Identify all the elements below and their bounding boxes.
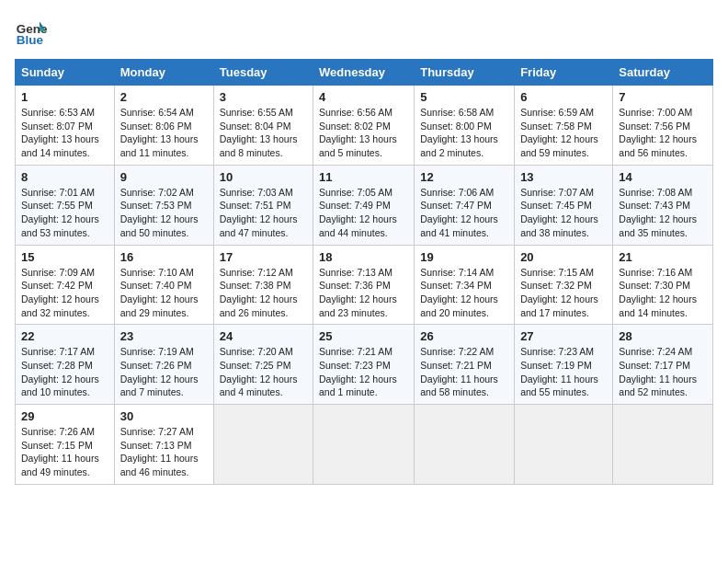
day-detail: Sunrise: 7:05 AM Sunset: 7:49 PM Dayligh…	[319, 186, 408, 240]
daylight-label: Daylight: 12 hours and 59 minutes.	[520, 133, 598, 158]
day-detail: Sunrise: 6:56 AM Sunset: 8:02 PM Dayligh…	[319, 106, 408, 160]
calendar-week-row: 15 Sunrise: 7:09 AM Sunset: 7:42 PM Dayl…	[16, 245, 713, 325]
day-detail: Sunrise: 7:21 AM Sunset: 7:23 PM Dayligh…	[319, 345, 408, 399]
sunset-label: Sunset: 8:02 PM	[319, 121, 391, 132]
sunrise-label: Sunrise: 7:05 AM	[319, 187, 392, 198]
day-number: 30	[120, 409, 208, 423]
sunset-label: Sunset: 7:53 PM	[120, 200, 192, 211]
day-number: 3	[220, 90, 307, 104]
sunset-label: Sunset: 7:47 PM	[420, 200, 492, 211]
calendar-day-cell: 6 Sunrise: 6:59 AM Sunset: 7:58 PM Dayli…	[515, 86, 613, 166]
calendar-day-cell: 9 Sunrise: 7:02 AM Sunset: 7:53 PM Dayli…	[114, 165, 213, 245]
day-detail: Sunrise: 7:24 AM Sunset: 7:17 PM Dayligh…	[619, 345, 707, 399]
calendar-day-cell: 14 Sunrise: 7:08 AM Sunset: 7:43 PM Dayl…	[613, 165, 713, 245]
day-number: 14	[619, 170, 707, 184]
sunrise-label: Sunrise: 7:14 AM	[420, 267, 494, 278]
day-number: 8	[21, 170, 108, 184]
day-detail: Sunrise: 7:22 AM Sunset: 7:21 PM Dayligh…	[420, 345, 508, 399]
sunrise-label: Sunrise: 7:21 AM	[319, 346, 392, 357]
calendar-day-cell: 8 Sunrise: 7:01 AM Sunset: 7:55 PM Dayli…	[16, 165, 115, 245]
daylight-label: Daylight: 12 hours and 32 minutes.	[21, 293, 99, 318]
sunrise-label: Sunrise: 7:02 AM	[120, 187, 194, 198]
sunset-label: Sunset: 7:15 PM	[21, 440, 93, 451]
day-number: 1	[21, 90, 108, 104]
calendar-day-cell: 30 Sunrise: 7:27 AM Sunset: 7:13 PM Dayl…	[114, 405, 213, 485]
day-detail: Sunrise: 7:12 AM Sunset: 7:38 PM Dayligh…	[220, 266, 307, 320]
daylight-label: Daylight: 13 hours and 2 minutes.	[420, 133, 498, 158]
day-number: 7	[619, 90, 707, 104]
calendar-day-cell: 27 Sunrise: 7:23 AM Sunset: 7:19 PM Dayl…	[515, 325, 613, 405]
sunrise-label: Sunrise: 7:00 AM	[619, 107, 692, 118]
day-number: 17	[220, 250, 307, 264]
sunrise-label: Sunrise: 7:13 AM	[319, 267, 392, 278]
sunrise-label: Sunrise: 7:15 AM	[520, 267, 594, 278]
sunset-label: Sunset: 7:42 PM	[21, 280, 93, 291]
weekday-header-row: SundayMondayTuesdayWednesdayThursdayFrid…	[16, 60, 713, 86]
calendar-day-cell: 12 Sunrise: 7:06 AM Sunset: 7:47 PM Dayl…	[415, 165, 515, 245]
calendar-day-cell: 22 Sunrise: 7:17 AM Sunset: 7:28 PM Dayl…	[16, 325, 115, 405]
sunset-label: Sunset: 7:43 PM	[619, 200, 690, 211]
day-detail: Sunrise: 7:10 AM Sunset: 7:40 PM Dayligh…	[120, 266, 208, 320]
day-number: 12	[420, 170, 508, 184]
weekday-header-saturday: Saturday	[613, 60, 713, 86]
sunset-label: Sunset: 7:17 PM	[619, 360, 690, 371]
sunset-label: Sunset: 7:56 PM	[619, 121, 690, 132]
day-detail: Sunrise: 7:23 AM Sunset: 7:19 PM Dayligh…	[520, 345, 607, 399]
day-detail: Sunrise: 7:16 AM Sunset: 7:30 PM Dayligh…	[619, 266, 707, 320]
day-detail: Sunrise: 7:14 AM Sunset: 7:34 PM Dayligh…	[420, 266, 508, 320]
day-detail: Sunrise: 7:20 AM Sunset: 7:25 PM Dayligh…	[220, 345, 307, 399]
day-number: 28	[619, 329, 707, 343]
calendar-day-cell: 23 Sunrise: 7:19 AM Sunset: 7:26 PM Dayl…	[114, 325, 213, 405]
day-detail: Sunrise: 7:09 AM Sunset: 7:42 PM Dayligh…	[21, 266, 108, 320]
day-detail: Sunrise: 6:59 AM Sunset: 7:58 PM Dayligh…	[520, 106, 607, 160]
calendar-day-cell: 2 Sunrise: 6:54 AM Sunset: 8:06 PM Dayli…	[114, 86, 213, 166]
day-detail: Sunrise: 7:07 AM Sunset: 7:45 PM Dayligh…	[520, 186, 607, 240]
day-number: 6	[520, 90, 607, 104]
sunset-label: Sunset: 8:06 PM	[120, 121, 192, 132]
sunrise-label: Sunrise: 6:53 AM	[21, 107, 95, 118]
day-number: 18	[319, 250, 408, 264]
sunrise-label: Sunrise: 7:08 AM	[619, 187, 692, 198]
calendar-day-cell: 19 Sunrise: 7:14 AM Sunset: 7:34 PM Dayl…	[415, 245, 515, 325]
sunrise-label: Sunrise: 7:09 AM	[21, 267, 95, 278]
day-number: 16	[120, 250, 208, 264]
daylight-label: Daylight: 12 hours and 56 minutes.	[619, 133, 697, 158]
day-detail: Sunrise: 6:58 AM Sunset: 8:00 PM Dayligh…	[420, 106, 508, 160]
sunset-label: Sunset: 7:40 PM	[120, 280, 192, 291]
day-detail: Sunrise: 7:13 AM Sunset: 7:36 PM Dayligh…	[319, 266, 408, 320]
calendar-day-cell	[515, 405, 613, 485]
sunrise-label: Sunrise: 7:19 AM	[120, 346, 194, 357]
day-number: 25	[319, 329, 408, 343]
sunset-label: Sunset: 7:45 PM	[520, 200, 592, 211]
sunrise-label: Sunrise: 7:03 AM	[220, 187, 293, 198]
day-number: 5	[420, 90, 508, 104]
day-number: 15	[21, 250, 108, 264]
calendar-day-cell: 4 Sunrise: 6:56 AM Sunset: 8:02 PM Dayli…	[313, 86, 415, 166]
day-detail: Sunrise: 7:27 AM Sunset: 7:13 PM Dayligh…	[120, 425, 208, 479]
daylight-label: Daylight: 13 hours and 14 minutes.	[21, 133, 99, 158]
day-detail: Sunrise: 6:54 AM Sunset: 8:06 PM Dayligh…	[120, 106, 208, 160]
daylight-label: Daylight: 12 hours and 53 minutes.	[21, 213, 99, 238]
sunset-label: Sunset: 7:28 PM	[21, 360, 93, 371]
day-detail: Sunrise: 7:19 AM Sunset: 7:26 PM Dayligh…	[120, 345, 208, 399]
day-detail: Sunrise: 7:17 AM Sunset: 7:28 PM Dayligh…	[21, 345, 108, 399]
daylight-label: Daylight: 12 hours and 50 minutes.	[120, 213, 199, 238]
day-number: 10	[220, 170, 307, 184]
calendar-day-cell: 10 Sunrise: 7:03 AM Sunset: 7:51 PM Dayl…	[213, 165, 313, 245]
daylight-label: Daylight: 12 hours and 17 minutes.	[520, 293, 598, 318]
sunrise-label: Sunrise: 7:17 AM	[21, 346, 95, 357]
calendar-day-cell: 29 Sunrise: 7:26 AM Sunset: 7:15 PM Dayl…	[16, 405, 115, 485]
day-detail: Sunrise: 7:03 AM Sunset: 7:51 PM Dayligh…	[220, 186, 307, 240]
sunset-label: Sunset: 7:55 PM	[21, 200, 93, 211]
day-detail: Sunrise: 7:00 AM Sunset: 7:56 PM Dayligh…	[619, 106, 707, 160]
day-detail: Sunrise: 7:06 AM Sunset: 7:47 PM Dayligh…	[420, 186, 508, 240]
sunset-label: Sunset: 7:30 PM	[619, 280, 690, 291]
sunrise-label: Sunrise: 6:55 AM	[220, 107, 293, 118]
day-detail: Sunrise: 7:01 AM Sunset: 7:55 PM Dayligh…	[21, 186, 108, 240]
weekday-header-monday: Monday	[114, 60, 213, 86]
daylight-label: Daylight: 12 hours and 4 minutes.	[220, 373, 298, 398]
daylight-label: Daylight: 12 hours and 47 minutes.	[220, 213, 298, 238]
day-number: 9	[120, 170, 208, 184]
sunrise-label: Sunrise: 7:23 AM	[520, 346, 594, 357]
day-detail: Sunrise: 7:26 AM Sunset: 7:15 PM Dayligh…	[21, 425, 108, 479]
